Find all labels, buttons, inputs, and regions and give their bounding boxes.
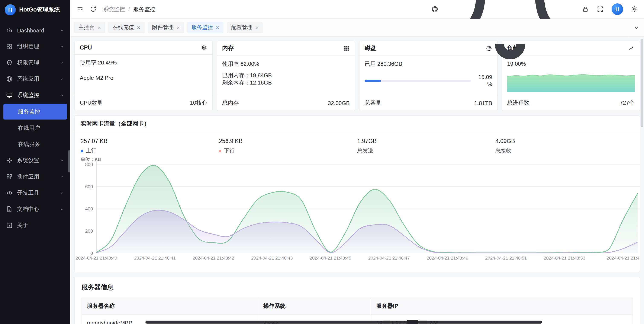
sidebar-item-dev-tools[interactable]: 开发工具 [0, 185, 70, 201]
tab-console[interactable]: 主控台× [74, 22, 105, 33]
chart-unit-label: 单位：KB [80, 156, 101, 163]
lock-icon[interactable] [582, 6, 589, 13]
disk-progress-fill [365, 80, 381, 82]
server-os-column-header: 操作系统 [258, 298, 371, 314]
network-stat-3: 4.09GB总接收 [496, 138, 634, 155]
sidebar-subitem-service-monitor[interactable]: 服务监控 [4, 104, 67, 120]
svg-text:200: 200 [85, 228, 93, 234]
memory-icon [343, 45, 350, 52]
network-stat-value: 4.09GB [496, 138, 634, 144]
monitor-icon [6, 92, 13, 99]
network-card-title: 实时网卡流量（全部网卡） [75, 116, 640, 132]
network-stat-label: 总发送 [357, 147, 496, 155]
chevron-down-icon [633, 25, 639, 31]
horizontal-scrollbar[interactable] [146, 320, 542, 323]
vertical-scrollbar[interactable] [641, 39, 643, 127]
fullscreen-icon[interactable] [597, 6, 604, 13]
breadcrumb-parent[interactable]: 系统监控 [103, 5, 125, 13]
svg-text:2024-04-21 21:48:40: 2024-04-21 21:48:40 [76, 255, 117, 260]
chevron-down-icon [59, 76, 64, 82]
cpu-card: CPU 使用率 20.49% Apple M2 Pro CPU数量 10核心 [74, 41, 213, 111]
server-name-column-header: 服务器名称 [82, 298, 258, 314]
cpu-footer-label: CPU数量 [80, 99, 102, 107]
tab-service-monitor[interactable]: 服务监控× [188, 22, 224, 33]
breadcrumb: 系统监控 / 服务监控 [103, 5, 156, 13]
network-stat-label: 下行 [219, 147, 358, 155]
logo-icon: H [5, 4, 16, 15]
server-table: 服务器名称 操作系统 服务器IP mengshuaideMBPdarwin191… [82, 297, 633, 324]
sidebar-item-system-monitor[interactable]: 系统监控 [0, 87, 70, 103]
sidebar-subitem-online-services[interactable]: 在线服务 [4, 136, 67, 152]
app-logo[interactable]: H HotGo管理系统 [0, 0, 70, 20]
chevron-down-icon [59, 207, 64, 212]
sidebar-item-dashboard[interactable]: Dashboard [0, 22, 70, 39]
tab-label: 配置管理 [231, 24, 252, 31]
cpu-usage-text: 使用率 20.49% [80, 59, 207, 67]
load-sparkline-chart [507, 71, 634, 92]
chevron-up-icon [59, 93, 64, 98]
disk-progress-bar [365, 80, 471, 82]
chevron-down-icon [59, 44, 64, 49]
network-traffic-chart: 单位：KB 02004006008002024-04-21 21:48:4020… [75, 156, 640, 272]
tab-label: 服务监控 [192, 24, 213, 31]
tab-label: 主控台 [78, 24, 94, 31]
sidebar-item-permission[interactable]: 权限管理 [0, 55, 70, 71]
sidebar-scrollbar[interactable] [68, 150, 70, 172]
menu-collapse-icon[interactable] [76, 6, 84, 13]
github-icon[interactable] [431, 6, 438, 13]
cpu-card-title: CPU [80, 44, 92, 51]
tab-close-icon[interactable]: × [137, 25, 140, 30]
memory-usage-text: 使用率 62.00% [222, 60, 350, 68]
memory-used-text: 已用内存：19.84GB [222, 72, 350, 79]
network-stat-value: 256.9 KB [219, 138, 358, 144]
memory-footer-value: 32.00GB [328, 100, 350, 106]
sidebar-item-docs[interactable]: 文档中心 [0, 201, 70, 217]
tab-close-icon[interactable]: × [256, 25, 259, 30]
tab-attachments[interactable]: 附件管理× [148, 22, 184, 33]
org-icon [6, 43, 13, 50]
tabs-dropdown-button[interactable] [628, 19, 644, 36]
cpu-model-text: Apple M2 Pro [80, 74, 207, 82]
tab-recharge[interactable]: 在线充值× [108, 22, 144, 33]
svg-text:2024-04-21 21:48:49: 2024-04-21 21:48:49 [427, 255, 468, 260]
svg-text:2024-04-21 21:48:43: 2024-04-21 21:48:43 [251, 255, 293, 260]
svg-text:2024-04-21 21:48:51: 2024-04-21 21:48:51 [485, 255, 527, 260]
refresh-icon[interactable] [90, 6, 97, 13]
cpu-footer-value: 10核心 [190, 99, 207, 107]
sidebar-item-system-apps[interactable]: 系统应用 [0, 71, 70, 87]
svg-text:400: 400 [85, 206, 93, 211]
memory-card: 内存 使用率 62.00% 已用内存：19.84GB 剩余内存：12.16GB … [217, 41, 355, 111]
sidebar-item-about[interactable]: 关于 [0, 217, 70, 233]
sidebar-item-system-settings[interactable]: 系统设置 [0, 152, 70, 169]
settings-gear-icon[interactable] [631, 6, 638, 13]
load-footer-label: 总进程数 [507, 99, 529, 107]
about-icon [6, 222, 13, 229]
sidebar-menu: Dashboard组织管理权限管理系统应用系统监控服务监控在线用户在线服务系统设… [0, 20, 70, 324]
disk-footer-label: 总容量 [365, 99, 381, 107]
server-table-header-row: 服务器名称 操作系统 服务器IP [82, 298, 633, 314]
disk-percent-text: 15.09 % [475, 74, 492, 88]
svg-text:2024-04-21 21:48:53: 2024-04-21 21:48:53 [544, 255, 585, 260]
svg-text:2024-04-21 21:48:42: 2024-04-21 21:48:42 [192, 255, 234, 260]
tab-close-icon[interactable]: × [98, 25, 101, 30]
disk-card-title: 磁盘 [365, 44, 376, 52]
network-stats-row: 257.07 KB上行256.9 KB下行1.97GB总发送4.09GB总接收 [75, 132, 640, 156]
server-info-title: 服务器信息 [82, 283, 633, 291]
shield-icon [6, 59, 13, 66]
avatar[interactable]: H [612, 4, 623, 15]
sidebar-subitem-online-users[interactable]: 在线用户 [4, 120, 67, 136]
sidebar-item-plugins[interactable]: 插件应用 [0, 169, 70, 185]
tab-label: 在线充值 [112, 24, 134, 31]
tab-close-icon[interactable]: × [216, 25, 219, 30]
tab-close-icon[interactable]: × [176, 25, 180, 30]
tab-config[interactable]: 配置管理× [227, 22, 263, 33]
chevron-down-icon [59, 190, 64, 195]
chevron-down-icon [59, 28, 64, 33]
main-area: 系统监控 / 服务监控 1 H 主控台×在线充值×附件管理×服务监控×配置管理× [70, 0, 644, 324]
network-stat-2: 1.97GB总发送 [357, 138, 496, 155]
network-stat-label: 总接收 [496, 147, 634, 155]
sidebar-item-organization[interactable]: 组织管理 [0, 39, 70, 55]
breadcrumb-current: 服务监控 [133, 5, 156, 13]
network-stat-0: 257.07 KB上行 [80, 138, 219, 155]
network-stat-value: 1.97GB [357, 138, 496, 144]
